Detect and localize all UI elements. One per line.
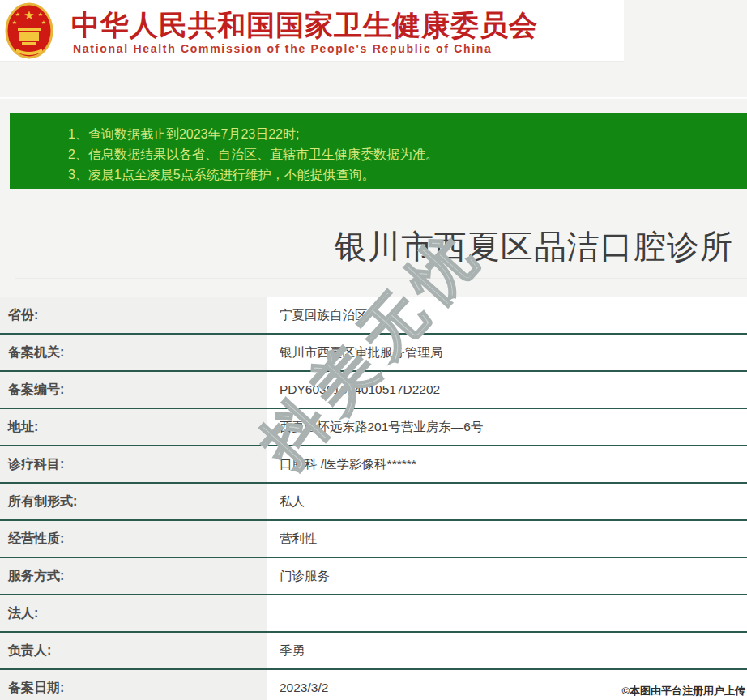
field-label: 备案编号: — [0, 372, 267, 408]
field-label: 经营性质: — [0, 521, 267, 557]
field-label: 地址: — [0, 409, 267, 445]
field-value: 西夏区怀远东路201号营业房东—6号 — [267, 409, 747, 445]
table-row: 备案机关: 银川市西夏区审批服务管理局 — [0, 335, 747, 372]
heading-divider — [15, 278, 747, 279]
field-label: 所有制形式: — [0, 484, 267, 519]
field-label: 法人: — [0, 595, 267, 631]
field-label: 备案机关: — [0, 335, 267, 370]
table-row: 服务方式: 门诊服务 — [0, 558, 747, 595]
copyright-stamp: ©本图由平台注册用户上传 — [621, 684, 745, 698]
table-row: 地址: 西夏区怀远东路201号营业房东—6号 — [0, 409, 747, 446]
page: ★ ★ ★ ★ ★ 中华人民共和国国家卫生健康委员会 National Heal… — [0, 0, 747, 700]
table-row: 负责人: 季勇 — [0, 633, 747, 670]
svg-text:★: ★ — [23, 8, 34, 22]
table-row: 所有制形式: 私人 — [0, 484, 747, 521]
svg-text:★: ★ — [41, 19, 46, 25]
field-value — [267, 595, 747, 631]
table-row: 经营性质: 营利性 — [0, 521, 747, 558]
record-table: 省份: 宁夏回族自治区 备案机关: 银川市西夏区审批服务管理局 备案编号: PD… — [0, 297, 747, 700]
svg-text:★: ★ — [12, 19, 17, 25]
site-header: ★ ★ ★ ★ ★ 中华人民共和国国家卫生健康委员会 National Heal… — [0, 0, 624, 62]
notice-box: 1、查询数据截止到2023年7月23日22时; 2、信息数据结果以各省、自治区、… — [10, 113, 747, 189]
field-value: 私人 — [267, 484, 747, 519]
field-label: 负责人: — [0, 633, 267, 668]
header-divider — [0, 97, 747, 99]
notice-line: 2、信息数据结果以各省、自治区、直辖市卫生健康委数据为准。 — [68, 144, 739, 164]
national-emblem-icon: ★ ★ ★ ★ ★ — [5, 2, 53, 60]
field-label: 诊疗科目: — [0, 446, 267, 482]
field-value: PDY60361664010517D2202 — [267, 372, 747, 408]
svg-text:★: ★ — [38, 11, 43, 17]
field-label: 服务方式: — [0, 558, 267, 594]
field-value: 季勇 — [267, 633, 747, 668]
table-row: 诊疗科目: 口腔科 /医学影像科****** — [0, 446, 747, 484]
field-value: 口腔科 /医学影像科****** — [267, 446, 747, 482]
field-value: 门诊服务 — [267, 558, 747, 594]
table-row: 备案编号: PDY60361664010517D2202 — [0, 372, 747, 409]
notice-line: 1、查询数据截止到2023年7月23日22时; — [68, 124, 739, 144]
field-label: 省份: — [0, 297, 267, 333]
notice-line: 3、凌晨1点至凌晨5点系统进行维护，不能提供查询。 — [68, 164, 739, 185]
field-value: 宁夏回族自治区 — [267, 297, 747, 333]
site-title-chinese: 中华人民共和国国家卫生健康委员会 — [71, 6, 538, 45]
field-value: 营利性 — [267, 521, 747, 557]
institution-name-heading: 银川市西夏区品洁口腔诊所 — [335, 224, 733, 269]
field-label: 备案日期: — [0, 670, 267, 700]
field-value: 银川市西夏区审批服务管理局 — [267, 335, 747, 370]
svg-text:★: ★ — [15, 11, 20, 17]
table-row: 省份: 宁夏回族自治区 — [0, 297, 747, 335]
table-row: 法人: — [0, 595, 747, 633]
site-title-english: National Health Commission of the People… — [73, 42, 493, 55]
